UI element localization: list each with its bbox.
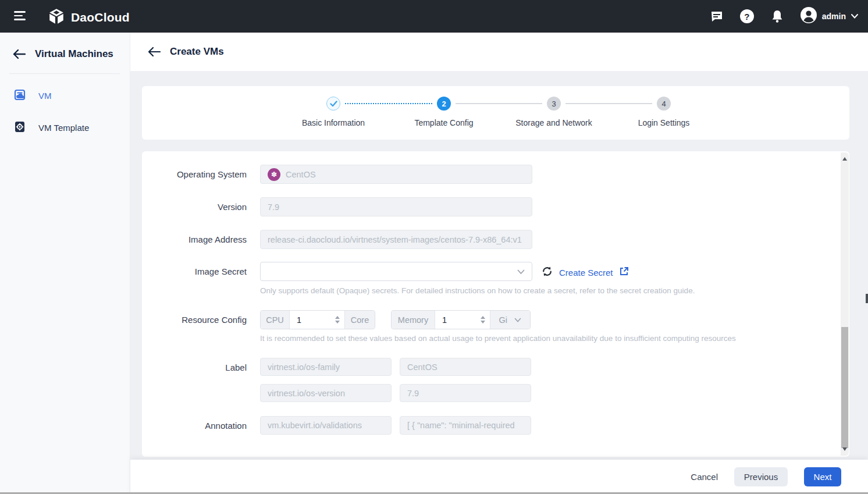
stepper-connector <box>565 103 652 104</box>
sidebar-back-icon[interactable] <box>13 48 26 61</box>
label-value-field: 7.9 <box>400 384 531 402</box>
image-address-label: Image Address <box>142 230 247 249</box>
stepper: 2 3 4 Basic Information Template Config … <box>142 86 849 140</box>
action-footer: Cancel Previous Next <box>130 460 868 494</box>
refresh-icon[interactable] <box>541 265 553 280</box>
image-address-field: release-ci.daocloud.io/virtnest/system-i… <box>260 230 532 249</box>
message-icon[interactable] <box>709 9 724 24</box>
user-menu[interactable]: admin <box>800 6 859 26</box>
daocloud-cube-icon <box>48 8 65 27</box>
resource-config-label: Resource Config <box>142 310 247 329</box>
version-label: Version <box>142 197 247 216</box>
memory-label: Memory <box>392 311 435 329</box>
cpu-decrement-icon[interactable] <box>335 321 340 324</box>
step-1-circle <box>326 97 340 111</box>
annotation-label: Annotation <box>142 416 247 435</box>
centos-icon: ✽ <box>268 168 280 181</box>
sidebar-item-vm[interactable]: VM <box>0 80 130 112</box>
scrollbar-thumb[interactable] <box>841 327 848 448</box>
notification-bell-icon[interactable] <box>770 9 785 24</box>
cpu-unit: Core <box>344 311 375 329</box>
previous-button[interactable]: Previous <box>734 467 788 486</box>
top-navbar: DaoCloud ? admin <box>0 0 868 33</box>
daocloud-logo[interactable]: DaoCloud <box>48 8 130 27</box>
step-4-label: Login Settings <box>611 118 716 127</box>
page-title: Create VMs <box>170 46 224 58</box>
image-secret-label: Image Secret <box>142 262 247 281</box>
operating-system-field: ✽ CentOS <box>260 165 532 184</box>
memory-group: Memory 1 Gi <box>391 310 531 329</box>
memory-increment-icon[interactable] <box>481 316 485 319</box>
step-4-circle: 4 <box>657 97 671 111</box>
step-2-label: Template Config <box>392 118 496 127</box>
sidebar-item-label: VM Template <box>38 123 89 133</box>
chevron-down-icon <box>517 267 525 276</box>
next-button[interactable]: Next <box>804 467 841 486</box>
cpu-input[interactable]: 1 <box>290 311 344 329</box>
step-2-circle: 2 <box>437 97 451 111</box>
operating-system-label: Operating System <box>142 165 247 184</box>
brand-name: DaoCloud <box>71 10 130 24</box>
chevron-down-icon <box>851 13 859 19</box>
check-icon <box>330 101 337 107</box>
sidebar-item-label: VM <box>38 91 52 101</box>
step-3-label: Storage and Network <box>501 118 606 127</box>
page-scrollbar-thumb[interactable] <box>866 294 868 303</box>
memory-input[interactable]: 1 <box>435 311 490 329</box>
sidebar-divider <box>9 73 120 74</box>
label-label: Label <box>142 358 247 377</box>
stepper-connector <box>456 103 542 104</box>
scroll-down-icon[interactable] <box>842 447 847 451</box>
label-key-field: virtnest.io/os-version <box>260 384 392 402</box>
cpu-group: CPU 1 Core <box>260 310 375 329</box>
version-field: 7.9 <box>260 197 532 216</box>
cpu-increment-icon[interactable] <box>335 316 340 319</box>
resource-config-helper: It is recommended to set these values ba… <box>260 334 736 343</box>
menu-icon[interactable] <box>14 11 26 22</box>
step-3-circle: 3 <box>547 97 561 111</box>
help-icon[interactable]: ? <box>739 9 755 24</box>
create-secret-link[interactable]: Create Secret <box>559 268 613 278</box>
image-secret-select[interactable] <box>260 262 532 281</box>
annotation-value-field: [ { "name": "minimal-required <box>400 416 531 435</box>
stepper-connector <box>345 103 432 104</box>
vm-icon <box>14 89 26 102</box>
sidebar-title: Virtual Machines <box>35 48 113 60</box>
memory-unit-select[interactable]: Gi <box>490 311 530 329</box>
cancel-button[interactable]: Cancel <box>691 472 718 482</box>
sidebar: Virtual Machines VM VM Template <box>0 33 130 494</box>
chevron-down-icon <box>514 318 521 322</box>
external-link-icon <box>619 266 629 279</box>
vm-template-icon <box>14 121 26 134</box>
form-scrollbar[interactable] <box>841 152 849 456</box>
label-key-field: virtnest.io/os-family <box>260 358 392 376</box>
avatar <box>800 6 817 26</box>
label-value-field: CentOS <box>400 358 531 376</box>
memory-decrement-icon[interactable] <box>481 321 485 324</box>
cpu-label: CPU <box>261 311 290 329</box>
template-config-form: Operating System ✽ CentOS Version 7.9 Im… <box>142 151 849 457</box>
annotation-key-field: vm.kubevirt.io/validations <box>260 416 392 435</box>
page-back-icon[interactable] <box>148 45 161 58</box>
scroll-up-icon[interactable] <box>842 157 847 161</box>
image-secret-helper: Only supports default (Opaque) secrets. … <box>260 286 695 295</box>
step-1-label: Basic Information <box>281 118 386 127</box>
sidebar-item-vm-template[interactable]: VM Template <box>0 112 130 144</box>
page-header: Create VMs <box>130 33 868 71</box>
username: admin <box>822 12 846 21</box>
